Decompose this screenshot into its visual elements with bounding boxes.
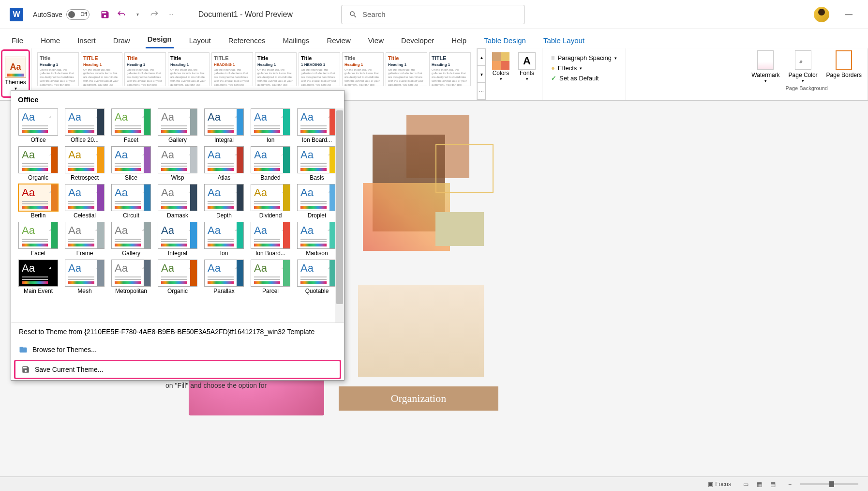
- theme-ion-board-[interactable]: AaIon Board...: [248, 222, 293, 257]
- theme-ion[interactable]: AaIon: [202, 222, 246, 257]
- tab-mailings[interactable]: Mailings: [281, 32, 312, 48]
- gallery-up-icon[interactable]: ▴: [478, 49, 485, 66]
- themes-scrollbar[interactable]: [335, 108, 344, 322]
- web-layout-button[interactable]: ▤: [767, 479, 779, 490]
- tab-developer[interactable]: Developer: [399, 32, 436, 48]
- theme-ion-board-[interactable]: AaIon Board...: [295, 108, 339, 143]
- style-variant[interactable]: TITLEHEADING 1On the Insert tab, the gal…: [211, 52, 253, 86]
- theme-integral[interactable]: AaIntegral: [202, 108, 246, 143]
- style-variant[interactable]: TitleHeading 1On the Insert tab, the gal…: [386, 52, 427, 86]
- tab-review[interactable]: Review: [325, 32, 353, 48]
- colors-button[interactable]: Colors ▾: [490, 50, 512, 81]
- tab-draw[interactable]: Draw: [111, 32, 132, 48]
- focus-mode-button[interactable]: ▣Focus: [708, 481, 731, 488]
- minimize-button[interactable]: —: [839, 5, 858, 24]
- folder-icon: [19, 345, 28, 354]
- gallery-more-icon[interactable]: ⋯: [478, 83, 485, 100]
- tab-insert[interactable]: Insert: [75, 32, 98, 48]
- autosave-toggle[interactable]: AutoSave Off: [33, 9, 90, 20]
- paragraph-spacing-button[interactable]: ≡Paragraph Spacing▾: [551, 54, 617, 61]
- theme-mesh[interactable]: AaMesh: [62, 260, 107, 294]
- undo-dropdown-icon[interactable]: ▾: [132, 9, 144, 20]
- theme-madison[interactable]: AaMadison: [295, 222, 339, 257]
- themes-dropdown-panel: Office AaOfficeAaOffice 20...AaFacetAaGa…: [11, 90, 344, 381]
- theme-wisp[interactable]: AaWisp: [155, 146, 200, 181]
- page-borders-button[interactable]: Page Borders: [826, 50, 862, 83]
- page-color-icon: [795, 50, 811, 70]
- theme-parallax[interactable]: AaParallax: [202, 260, 246, 294]
- style-variant[interactable]: Title1 HEADING 1On the Insert tab, the g…: [299, 52, 340, 86]
- undo-icon[interactable]: [116, 9, 127, 20]
- theme-berlin[interactable]: AaBerlin: [16, 184, 60, 219]
- redo-icon[interactable]: [149, 9, 160, 20]
- page-color-button[interactable]: Page Color▾: [789, 50, 818, 83]
- theme-gallery[interactable]: AaGallery: [155, 108, 200, 143]
- qat-customize-icon[interactable]: ⋯: [165, 9, 177, 20]
- save-current-theme-option[interactable]: Save Current Theme...: [14, 360, 341, 379]
- effects-button[interactable]: ●Effects▾: [551, 64, 617, 72]
- tab-view[interactable]: View: [366, 32, 386, 48]
- style-variant[interactable]: TitleHeading 1On the Insert tab, the gal…: [124, 52, 166, 86]
- theme-office-20-[interactable]: AaOffice 20...: [62, 108, 107, 143]
- set-as-default-button[interactable]: ✓Set as Default: [551, 75, 617, 82]
- save-icon[interactable]: [99, 9, 111, 20]
- theme-damask[interactable]: AaDamask: [155, 184, 200, 219]
- theme-basis[interactable]: AaBasis: [295, 146, 339, 181]
- theme-facet[interactable]: AaFacet: [16, 222, 60, 257]
- watermark-button[interactable]: Watermark▾: [751, 50, 779, 83]
- ribbon-tabs: FileHomeInsertDrawDesignLayoutReferences…: [0, 29, 868, 48]
- tab-home[interactable]: Home: [39, 32, 62, 48]
- theme-retrospect[interactable]: AaRetrospect: [62, 146, 107, 181]
- style-variant[interactable]: TITLEHeading 1On the Insert tab, the gal…: [81, 52, 122, 86]
- zoom-out-button[interactable]: −: [788, 481, 792, 488]
- doc-org-banner: Organization: [339, 386, 498, 411]
- theme-integral[interactable]: AaIntegral: [155, 222, 200, 257]
- tab-table-layout[interactable]: Table Layout: [541, 32, 586, 48]
- user-avatar[interactable]: [814, 7, 829, 22]
- tab-references[interactable]: References: [226, 32, 268, 48]
- tab-layout[interactable]: Layout: [187, 32, 213, 48]
- theme-banded[interactable]: AaBanded: [248, 146, 293, 181]
- gallery-down-icon[interactable]: ▾: [478, 66, 485, 83]
- doc-image-drawing: [358, 285, 484, 377]
- theme-circuit[interactable]: AaCircuit: [109, 184, 153, 219]
- gallery-scroll[interactable]: ▴ ▾ ⋯: [477, 48, 486, 100]
- theme-slice[interactable]: AaSlice: [109, 146, 153, 181]
- style-variant[interactable]: TITLEHeading 1On the Insert tab, the gal…: [429, 52, 471, 86]
- read-mode-button[interactable]: ▭: [740, 479, 752, 490]
- theme-frame[interactable]: AaFrame: [62, 222, 107, 257]
- tab-table-design[interactable]: Table Design: [482, 32, 528, 48]
- document-formatting-gallery[interactable]: TitleHeading 1On the Insert tab, the gal…: [35, 50, 473, 88]
- theme-atlas[interactable]: AaAtlas: [202, 146, 246, 181]
- theme-droplet[interactable]: AaDroplet: [295, 184, 339, 219]
- theme-gallery[interactable]: AaGallery: [109, 222, 153, 257]
- reset-theme-option[interactable]: Reset to Theme from {2110EE5E-F780-4AE8-…: [11, 323, 344, 340]
- tab-file[interactable]: File: [10, 32, 25, 48]
- style-variant[interactable]: TitleHeading 1On the Insert tab, the gal…: [37, 52, 79, 86]
- style-variant[interactable]: TitleHeading 1On the Insert tab, the gal…: [255, 52, 297, 86]
- theme-organic[interactable]: AaOrganic: [155, 260, 200, 294]
- leftover-text: on "Fill" and choose the option for: [165, 382, 267, 389]
- style-variant[interactable]: TitleHeading 1On the Insert tab, the gal…: [168, 52, 210, 86]
- print-layout-button[interactable]: ▦: [753, 479, 766, 490]
- search-input[interactable]: Search: [341, 5, 525, 24]
- theme-parcel[interactable]: AaParcel: [248, 260, 293, 294]
- theme-quotable[interactable]: AaQuotable: [295, 260, 339, 294]
- theme-celestial[interactable]: AaCelestial: [62, 184, 107, 219]
- theme-main-event[interactable]: AaMain Event: [16, 260, 60, 294]
- zoom-slider[interactable]: [800, 483, 858, 485]
- browse-themes-option[interactable]: Browse for Themes...: [11, 340, 344, 359]
- tab-help[interactable]: Help: [449, 32, 468, 48]
- style-variant[interactable]: TitleHeading 1On the Insert tab, the gal…: [342, 52, 384, 86]
- theme-organic[interactable]: AaOrganic: [16, 146, 60, 181]
- theme-depth[interactable]: AaDepth: [202, 184, 246, 219]
- focus-icon: ▣: [708, 481, 713, 488]
- theme-facet[interactable]: AaFacet: [109, 108, 153, 143]
- fonts-button[interactable]: A Fonts ▾: [516, 50, 538, 81]
- theme-metropolitan[interactable]: AaMetropolitan: [109, 260, 153, 294]
- theme-ion[interactable]: AaIon: [248, 108, 293, 143]
- theme-dividend[interactable]: AaDividend: [248, 184, 293, 219]
- tab-design[interactable]: Design: [146, 31, 174, 48]
- toggle-switch[interactable]: Off: [66, 9, 90, 20]
- theme-office[interactable]: AaOffice: [16, 108, 60, 143]
